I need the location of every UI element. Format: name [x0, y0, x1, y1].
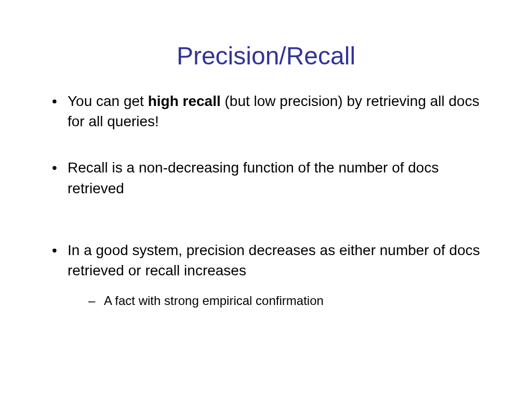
bullet-2-text: Recall is a non-decreasing function of t… — [68, 159, 438, 196]
sub-bullet-list: A fact with strong empirical confirmatio… — [68, 292, 496, 310]
bullet-item-2: Recall is a non-decreasing function of t… — [52, 157, 496, 198]
bullet-3-text: In a good system, precision decreases as… — [68, 242, 480, 278]
bullet-item-1: You can get high recall (but low precisi… — [52, 91, 496, 131]
bullet-1-prefix: You can get — [68, 93, 148, 109]
sub-bullet-1-text: A fact with strong empirical confirmatio… — [104, 294, 324, 308]
sub-bullet-item-1: A fact with strong empirical confirmatio… — [88, 292, 496, 310]
bullet-item-3: In a good system, precision decreases as… — [52, 240, 496, 310]
bullet-1-bold: high recall — [148, 93, 221, 109]
bullet-list: You can get high recall (but low precisi… — [36, 91, 496, 310]
slide-title: Precision/Recall — [36, 42, 496, 70]
spacer — [52, 224, 496, 240]
slide-container: Precision/Recall You can get high recall… — [0, 0, 532, 399]
